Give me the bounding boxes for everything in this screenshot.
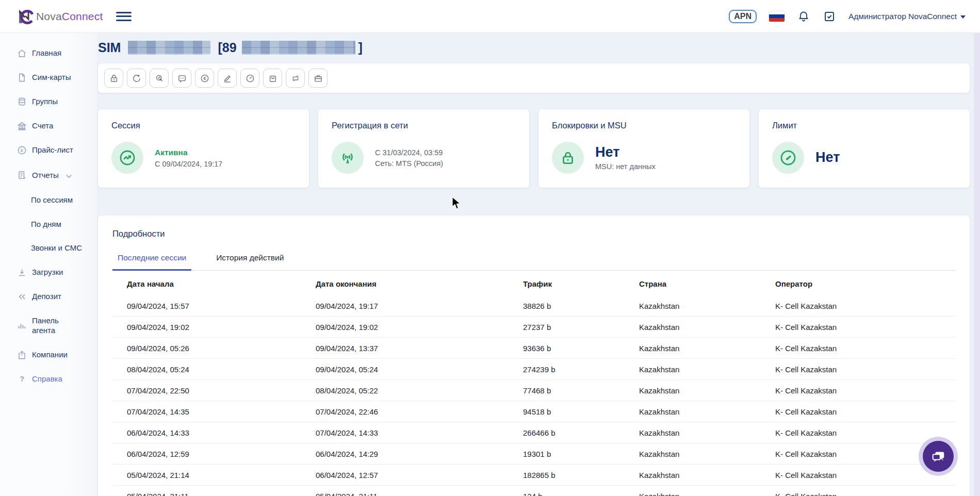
sidebar-item-groups[interactable]: Группы	[0, 90, 97, 114]
tab-last-sessions[interactable]: Последние сессии	[112, 252, 191, 271]
edit-button[interactable]	[218, 69, 237, 88]
app-logo[interactable]: NovaConnect	[18, 8, 103, 25]
tab-action-history[interactable]: История действий	[211, 252, 289, 271]
chat-bubbles-icon	[923, 441, 954, 472]
sidebar-item-reports[interactable]: Отчеты	[0, 162, 97, 188]
top-bar: NovaConnect APN Администратор NovaConnec…	[0, 0, 980, 33]
sidebar: Главная Сим-карты Группы Счета € Прайс-л…	[0, 33, 97, 496]
limit-value: Нет	[815, 150, 840, 166]
chat-button[interactable]	[919, 437, 958, 476]
col-header-country: Страна	[639, 279, 775, 288]
refresh-button[interactable]	[127, 69, 146, 88]
sim-card-icon	[17, 73, 27, 82]
menu-toggle-icon[interactable]	[116, 11, 132, 22]
network-card-title: Регистрация в сети	[332, 121, 516, 130]
bell-icon[interactable]	[797, 10, 810, 23]
table-row[interactable]: 09/04/2024, 15:5709/04/2024, 19:1738826 …	[112, 295, 955, 317]
russia-flag-icon[interactable]	[769, 11, 785, 22]
redacted-iccid-number	[242, 41, 355, 55]
downloads-icon	[17, 268, 27, 277]
table-header-row: Дата начала Дата окончания Трафик Страна…	[112, 272, 955, 295]
sim-title-prefix: SIM	[98, 40, 121, 55]
agent-panel-chart-icon	[17, 321, 27, 330]
table-row[interactable]: 07/04/2024, 14:3507/04/2024, 22:4694518 …	[112, 401, 955, 422]
network-since: С 31/03/2024, 03:59	[375, 148, 443, 157]
col-header-start-date: Дата начала	[127, 279, 316, 288]
table-row[interactable]: 07/04/2024, 22:5008/04/2024, 05:2277468 …	[112, 380, 955, 401]
details-panel: Подробности Последние сессии История дей…	[98, 216, 970, 496]
groups-database-icon	[17, 97, 27, 107]
network-operator: Сеть: MTS (Россия)	[375, 159, 443, 168]
lock-button[interactable]	[104, 69, 123, 88]
sidebar-item-help[interactable]: ? Справка	[0, 367, 97, 391]
speedometer-button[interactable]	[240, 69, 259, 88]
sessions-table: Дата начала Дата окончания Трафик Страна…	[112, 272, 955, 496]
sidebar-item-deposit[interactable]: Депозит	[0, 285, 97, 309]
scrollbar-track[interactable]	[974, 33, 980, 496]
sidebar-item-sim-cards[interactable]: Сим-карты	[0, 65, 97, 90]
network-antenna-icon	[332, 142, 364, 174]
col-header-traffic: Трафик	[523, 279, 639, 288]
exchange-repeat-button[interactable]	[286, 69, 305, 88]
sidebar-item-calls-sms[interactable]: Звонки и СМС	[0, 236, 97, 260]
bag-button[interactable]	[263, 69, 282, 88]
deposit-chevrons-icon	[17, 292, 27, 302]
col-header-operator: Оператор	[775, 279, 955, 288]
details-tabs: Последние сессии История действий	[112, 252, 955, 271]
status-cards-row: Сессия Активна С 09/04/2024, 19:17 Регис…	[98, 109, 970, 188]
briefcase-button[interactable]	[308, 69, 328, 88]
limit-card: Лимит Нет	[759, 109, 970, 188]
sidebar-item-by-days[interactable]: По дням	[0, 212, 97, 237]
limit-card-title: Лимит	[772, 121, 956, 130]
session-card-title: Сессия	[111, 121, 296, 130]
apn-badge[interactable]: APN	[729, 10, 757, 23]
user-menu[interactable]: Администратор NovaConnect	[848, 12, 966, 21]
msu-info: MSU: нет данных	[595, 162, 656, 171]
col-header-end-date: Дата окончания	[316, 279, 523, 288]
svg-text:€: €	[21, 147, 24, 153]
sidebar-item-home[interactable]: Главная	[0, 41, 97, 65]
main-content: SIM [89 ] € Сессия Активна С 09/04/2	[98, 33, 970, 496]
limit-gauge-icon	[772, 142, 804, 174]
sms-button[interactable]	[172, 69, 191, 88]
blocks-msu-card: Блокировки и MSU Нет MSU: нет данных	[538, 109, 749, 188]
table-row[interactable]: 08/04/2024, 05:2409/04/2024, 05:24274239…	[112, 359, 955, 380]
sidebar-item-pricelist[interactable]: € Прайс-лист	[0, 138, 97, 162]
search-network-button[interactable]	[150, 69, 169, 88]
details-title: Подробности	[112, 229, 955, 239]
redacted-sim-number	[128, 41, 210, 55]
sim-title-bracket-close: ]	[358, 40, 363, 55]
table-row[interactable]: 09/04/2024, 05:2609/04/2024, 13:3793636 …	[112, 338, 955, 359]
blocks-card-title: Блокировки и MSU	[552, 121, 736, 130]
table-row[interactable]: 05/04/2024, 21:1406/04/2024, 12:57182865…	[112, 465, 955, 486]
table-row[interactable]: 06/04/2024, 12:5906/04/2024, 14:2919301 …	[112, 443, 955, 465]
table-row[interactable]: 05/04/2024, 21:1105/04/2024, 21:11124 bK…	[112, 486, 955, 496]
table-row[interactable]: 06/04/2024, 14:3307/04/2024, 14:33266466…	[112, 422, 955, 443]
page-title: SIM [89 ]	[98, 40, 970, 55]
svg-text:€: €	[203, 76, 206, 81]
sidebar-item-downloads[interactable]: Загрузки	[0, 260, 97, 285]
lock-icon	[552, 142, 584, 174]
sidebar-item-agent-panel[interactable]: Панель агента	[0, 309, 97, 343]
pricelist-euro-icon: €	[17, 145, 27, 155]
reports-icon	[17, 170, 27, 180]
session-since: С 09/04/2024, 19:17	[155, 160, 222, 168]
brand-name: NovaConnect	[36, 10, 103, 23]
table-row[interactable]: 09/04/2024, 19:0209/04/2024, 19:0227237 …	[112, 317, 955, 338]
sidebar-item-accounts[interactable]: Счета	[0, 114, 97, 138]
chevron-down-icon	[66, 171, 72, 181]
blocks-value: Нет	[595, 145, 656, 160]
sidebar-item-by-sessions[interactable]: По сессиям	[0, 188, 97, 212]
euro-tariff-button[interactable]: €	[195, 69, 214, 88]
sidebar-item-companies[interactable]: Компании	[0, 343, 97, 367]
session-card: Сессия Активна С 09/04/2024, 19:17	[98, 109, 309, 188]
home-icon	[17, 48, 27, 58]
companies-export-icon	[17, 350, 27, 360]
caret-down-icon	[960, 15, 966, 19]
logo-nc-icon	[18, 8, 35, 25]
user-menu-label: Администратор NovaConnect	[848, 12, 957, 21]
help-question-icon: ?	[17, 374, 27, 384]
network-registration-card: Регистрация в сети С 31/03/2024, 03:59 С…	[318, 109, 529, 188]
session-status: Активна	[155, 148, 222, 157]
check-square-icon[interactable]	[823, 10, 836, 23]
